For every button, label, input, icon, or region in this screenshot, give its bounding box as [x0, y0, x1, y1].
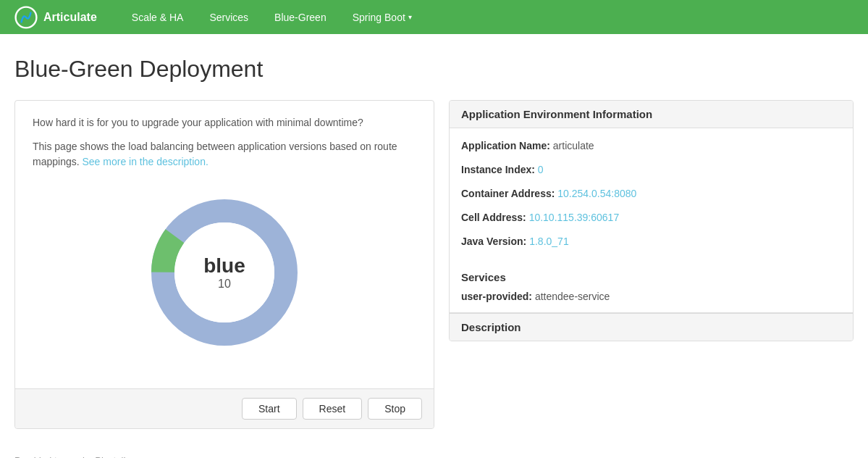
- description-2: This page shows the load balancing betwe…: [33, 139, 416, 170]
- app-name-value: articulate: [553, 140, 594, 151]
- content-row: How hard it is for you to upgrade your a…: [14, 100, 854, 429]
- description-section-header: Description: [450, 313, 853, 341]
- description-link[interactable]: See more in the description.: [82, 156, 208, 167]
- app-name-row: Application Name: articulate: [461, 138, 841, 154]
- reset-button[interactable]: Reset: [303, 398, 363, 420]
- right-panel: Application Environment Information Appl…: [449, 100, 854, 341]
- footer-text: Provided to you by Pivotal!: [14, 455, 126, 458]
- left-panel-body: How hard it is for you to upgrade your a…: [15, 101, 434, 388]
- cell-address-label: Cell Address:: [461, 212, 526, 223]
- nav-link-blue-green[interactable]: Blue-Green: [261, 0, 340, 34]
- navbar-links: Scale & HA Services Blue-Green Spring Bo…: [119, 0, 425, 34]
- app-name-label: Application Name:: [461, 140, 550, 151]
- donut-container: blue 10: [33, 178, 416, 374]
- app-env-header: Application Environment Information: [450, 101, 853, 128]
- container-address-label: Container Address:: [461, 188, 555, 199]
- main-content: Blue-Green Deployment How hard it is for…: [0, 34, 868, 444]
- services-section-title: Services: [461, 271, 841, 283]
- donut-chart: blue 10: [145, 193, 304, 352]
- left-panel-footer: Start Reset Stop: [15, 388, 434, 428]
- start-button[interactable]: Start: [242, 398, 297, 420]
- cell-address-row: Cell Address: 10.10.115.39:60617: [461, 210, 841, 225]
- nav-link-spring-boot[interactable]: Spring Boot ▾: [340, 0, 425, 34]
- donut-label-main: blue: [203, 254, 245, 278]
- nav-link-services[interactable]: Services: [196, 0, 261, 34]
- instance-index-value: 0: [538, 164, 544, 175]
- donut-label: blue 10: [203, 254, 245, 291]
- page-title: Blue-Green Deployment: [14, 56, 854, 83]
- services-row: user-provided: attendee-service: [461, 291, 841, 302]
- container-address-value: 10.254.0.54:8080: [557, 188, 636, 199]
- brand-logo: [14, 6, 38, 29]
- cell-address-value: 10.10.115.39:60617: [529, 212, 620, 223]
- page-footer: Provided to you by Pivotal!: [0, 444, 868, 458]
- container-address-row: Container Address: 10.254.0.54:8080: [461, 186, 841, 201]
- java-version-label: Java Version:: [461, 236, 526, 247]
- user-provided-value: attendee-service: [535, 291, 610, 302]
- java-version-row: Java Version: 1.8.0_71: [461, 234, 841, 249]
- description-1: How hard it is for you to upgrade your a…: [33, 115, 416, 130]
- nav-link-scale-ha[interactable]: Scale & HA: [119, 0, 197, 34]
- stop-button[interactable]: Stop: [368, 398, 422, 420]
- services-section: Services user-provided: attendee-service: [450, 261, 853, 313]
- brand-name: Articulate: [43, 11, 97, 24]
- user-provided-label: user-provided:: [461, 291, 532, 302]
- app-env-body: Application Name: articulate Instance In…: [450, 128, 853, 261]
- navbar: Articulate Scale & HA Services Blue-Gree…: [0, 0, 868, 34]
- dropdown-caret-icon: ▾: [408, 13, 412, 21]
- instance-index-label: Instance Index:: [461, 164, 535, 175]
- donut-label-sub: 10: [203, 278, 245, 291]
- java-version-value: 1.8.0_71: [529, 236, 569, 247]
- instance-index-row: Instance Index: 0: [461, 162, 841, 178]
- left-panel: How hard it is for you to upgrade your a…: [14, 100, 434, 429]
- navbar-brand[interactable]: Articulate: [14, 6, 97, 29]
